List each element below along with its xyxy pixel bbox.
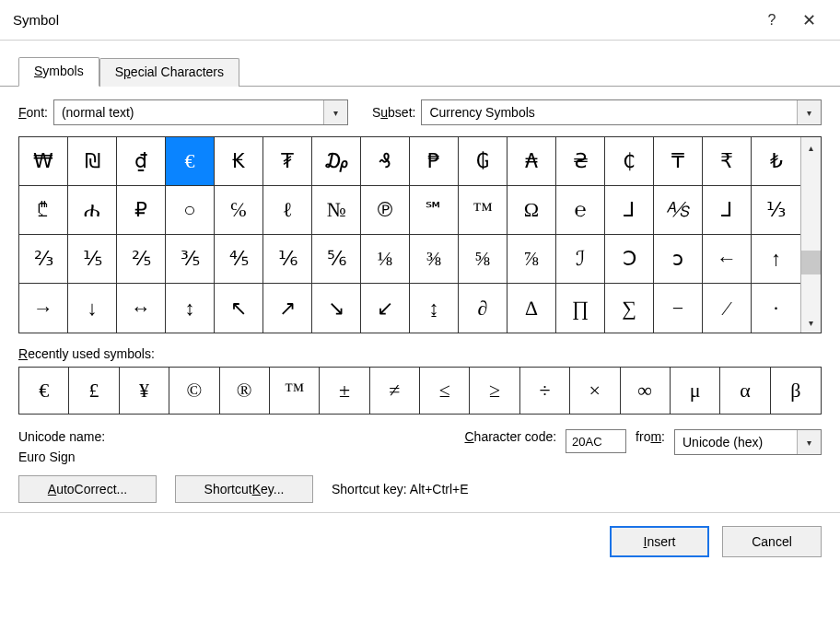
symbol-cell[interactable]: ℗ (361, 186, 410, 235)
symbol-cell[interactable]: ℅ (215, 186, 263, 235)
symbol-cell[interactable]: ← (703, 235, 752, 284)
symbol-cell[interactable]: ∂ (459, 284, 508, 333)
symbol-cell[interactable]: ⅖ (117, 235, 166, 284)
recent-symbol-cell[interactable]: ¥ (120, 368, 169, 414)
symbol-cell[interactable]: ↘ (312, 284, 361, 333)
symbol-cell[interactable]: ₱ (410, 137, 459, 186)
symbol-cell[interactable]: ∑ (605, 284, 654, 333)
tab-special-characters[interactable]: Special Characters (99, 58, 239, 87)
symbol-cell[interactable]: ↖ (215, 284, 263, 333)
autocorrect-button[interactable]: AutoCorrect... (18, 475, 157, 503)
symbol-cell[interactable]: → (19, 284, 68, 333)
shortcut-key-button[interactable]: Shortcut Key... (175, 475, 313, 503)
scroll-thumb[interactable] (801, 251, 821, 274)
recent-symbol-cell[interactable]: £ (69, 368, 119, 414)
symbol-cell[interactable]: ↕ (166, 284, 215, 333)
recent-symbol-cell[interactable]: ≤ (420, 368, 470, 414)
symbol-cell[interactable]: ₵ (605, 137, 654, 186)
insert-button[interactable]: Insert (610, 526, 709, 557)
symbol-cell[interactable]: ™ (459, 186, 508, 235)
symbol-cell[interactable]: ₰ (361, 137, 410, 186)
symbol-cell[interactable]: ⅃ (605, 186, 654, 235)
symbol-cell[interactable]: ⅓ (752, 186, 800, 235)
symbol-cell[interactable]: ↙ (361, 284, 410, 333)
recent-symbol-cell[interactable]: © (169, 368, 219, 414)
symbol-cell[interactable]: ∙ (752, 284, 800, 333)
symbol-cell[interactable]: № (312, 186, 361, 235)
symbol-cell[interactable]: ⅞ (508, 235, 556, 284)
symbol-cell[interactable]: ₸ (654, 137, 703, 186)
symbol-cell[interactable]: Ω (508, 186, 556, 235)
symbol-cell[interactable]: ⅚ (312, 235, 361, 284)
symbol-cell[interactable]: ⅜ (410, 235, 459, 284)
symbol-cell[interactable]: ↗ (263, 284, 312, 333)
character-code-input[interactable] (566, 429, 626, 453)
recent-symbol-cell[interactable]: × (570, 368, 620, 414)
font-combo[interactable]: (normal text) ▾ (53, 99, 348, 125)
symbol-cell[interactable]: ₹ (703, 137, 752, 186)
recent-symbol-cell[interactable]: € (19, 368, 69, 414)
scroll-up-icon[interactable]: ▴ (801, 137, 821, 158)
symbol-cell[interactable]: ₭ (215, 137, 263, 186)
symbol-cell[interactable]: ⅘ (215, 235, 263, 284)
subset-combo-button[interactable]: ▾ (797, 100, 821, 124)
from-combo-button[interactable]: ▾ (797, 430, 821, 454)
symbol-cell[interactable]: ∕ (703, 284, 752, 333)
recent-symbol-cell[interactable]: ≥ (470, 368, 519, 414)
symbol-cell[interactable]: ₮ (263, 137, 312, 186)
symbol-cell[interactable]: ⅝ (459, 235, 508, 284)
scroll-down-icon[interactable]: ▾ (801, 312, 821, 333)
symbol-cell[interactable]: Ↄ (605, 235, 654, 284)
symbol-cell[interactable]: ₳ (508, 137, 556, 186)
symbol-cell[interactable]: ₩ (19, 137, 68, 186)
tab-symbols[interactable]: Symbols (18, 57, 99, 87)
symbol-cell[interactable]: ℠ (410, 186, 459, 235)
symbol-cell[interactable]: ↓ (68, 284, 117, 333)
symbol-cell[interactable]: ⅔ (19, 235, 68, 284)
symbol-cell[interactable]: ⅗ (166, 235, 215, 284)
symbol-cell[interactable]: ℓ (263, 186, 312, 235)
symbol-cell[interactable]: ₺ (752, 137, 800, 186)
symbol-cell[interactable]: ∆ (508, 284, 556, 333)
symbol-cell[interactable]: ℐ (556, 235, 605, 284)
symbol-cell[interactable]: ↑ (752, 235, 800, 284)
symbol-cell[interactable]: ⅛ (361, 235, 410, 284)
symbol-cell[interactable]: ↄ (654, 235, 703, 284)
symbol-cell[interactable]: ₲ (459, 137, 508, 186)
symbol-cell[interactable]: ○ (166, 186, 215, 235)
recent-symbol-cell[interactable]: ÷ (520, 368, 570, 414)
recent-symbol-cell[interactable]: β (771, 368, 821, 414)
symbol-cell[interactable]: ₾ (19, 186, 68, 235)
recent-symbol-cell[interactable]: μ (671, 368, 720, 414)
recent-symbol-cell[interactable]: ± (320, 368, 369, 414)
recent-symbol-cell[interactable]: ™ (270, 368, 320, 414)
from-combo[interactable]: Unicode (hex) ▾ (674, 429, 822, 455)
symbol-cell[interactable]: ∏ (556, 284, 605, 333)
symbol-cell[interactable]: − (654, 284, 703, 333)
symbol-cell[interactable]: ⅃ (703, 186, 752, 235)
scroll-track[interactable] (801, 158, 821, 312)
symbol-cell[interactable]: ℮ (556, 186, 605, 235)
recent-symbol-cell[interactable]: ≠ (370, 368, 420, 414)
symbol-cell[interactable]: ₴ (556, 137, 605, 186)
symbol-cell[interactable]: ↨ (410, 284, 459, 333)
symbol-cell[interactable]: ⅍ (654, 186, 703, 235)
symbol-cell[interactable]: € (166, 137, 215, 186)
recent-symbol-cell[interactable]: ∞ (621, 368, 671, 414)
symbol-cell[interactable]: ⅙ (263, 235, 312, 284)
help-icon[interactable]: ? (753, 12, 790, 29)
symbol-cell[interactable]: ₯ (312, 137, 361, 186)
symbol-cell[interactable]: ₪ (68, 137, 117, 186)
cancel-button[interactable]: Cancel (722, 526, 822, 557)
subset-combo[interactable]: Currency Symbols ▾ (421, 99, 822, 125)
recent-symbol-cell[interactable]: α (720, 368, 770, 414)
close-icon[interactable]: ✕ (790, 10, 827, 30)
symbol-cell[interactable]: ⅕ (68, 235, 117, 284)
symbol-cell[interactable]: ሐ (68, 186, 117, 235)
grid-scrollbar[interactable]: ▴ ▾ (800, 137, 821, 333)
symbol-cell[interactable]: ↔ (117, 284, 166, 333)
symbol-cell[interactable]: ₫ (117, 137, 166, 186)
symbol-cell[interactable]: ₽ (117, 186, 166, 235)
recent-symbol-cell[interactable]: ® (220, 368, 270, 414)
font-combo-button[interactable]: ▾ (323, 100, 347, 124)
